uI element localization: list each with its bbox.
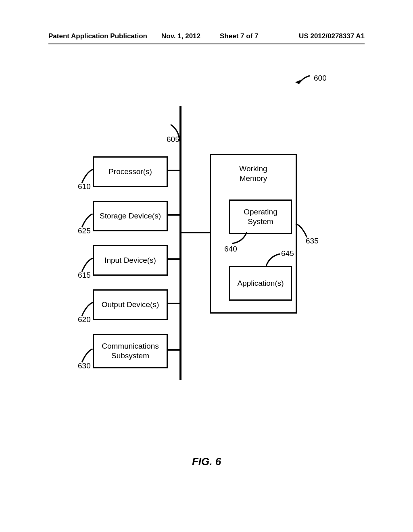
storage-box: Storage Device(s) <box>93 201 168 231</box>
ref-os: 640 <box>224 245 237 254</box>
working-memory-box: Working Memory Operating System Applicat… <box>210 154 297 314</box>
ref-system: 600 <box>314 74 327 83</box>
output-connector <box>167 303 179 304</box>
comms-box: Communications Subsystem <box>93 334 168 368</box>
comms-label: Communications Subsystem <box>102 341 159 361</box>
comms-connector <box>167 349 179 351</box>
diagram: 600 605 Processor(s) 610 Storage Device(… <box>0 0 413 532</box>
system-pointer-arrow <box>294 75 311 87</box>
input-box: Input Device(s) <box>93 245 168 276</box>
output-box: Output Device(s) <box>93 289 168 320</box>
input-connector <box>167 258 179 260</box>
ref-bus: 605 <box>167 135 179 144</box>
ref-output: 620 <box>78 315 91 324</box>
processor-box: Processor(s) <box>93 156 168 187</box>
figure-caption: FIG. 6 <box>0 455 413 468</box>
storage-label: Storage Device(s) <box>100 211 161 221</box>
processor-label: Processor(s) <box>108 167 152 177</box>
app-leadline <box>265 253 282 266</box>
input-label: Input Device(s) <box>104 256 156 265</box>
ref-input: 615 <box>78 271 91 280</box>
bus-line <box>179 106 181 380</box>
processor-connector <box>167 170 179 171</box>
app-box: Application(s) <box>229 266 292 301</box>
os-leadline <box>231 232 247 245</box>
storage-connector <box>167 214 179 216</box>
ref-comms: 630 <box>78 362 91 370</box>
app-label: Application(s) <box>237 278 284 288</box>
memory-connector <box>181 232 210 233</box>
ref-workingmem: 635 <box>306 237 319 245</box>
ref-storage: 625 <box>78 227 91 235</box>
ref-app: 645 <box>281 249 294 258</box>
working-memory-label: Working Memory <box>211 164 296 183</box>
page: Patent Application Publication Nov. 1, 2… <box>0 0 413 532</box>
os-box: Operating System <box>229 200 292 234</box>
ref-processor: 610 <box>78 182 91 191</box>
os-label: Operating System <box>244 207 277 227</box>
output-label: Output Device(s) <box>102 300 159 310</box>
